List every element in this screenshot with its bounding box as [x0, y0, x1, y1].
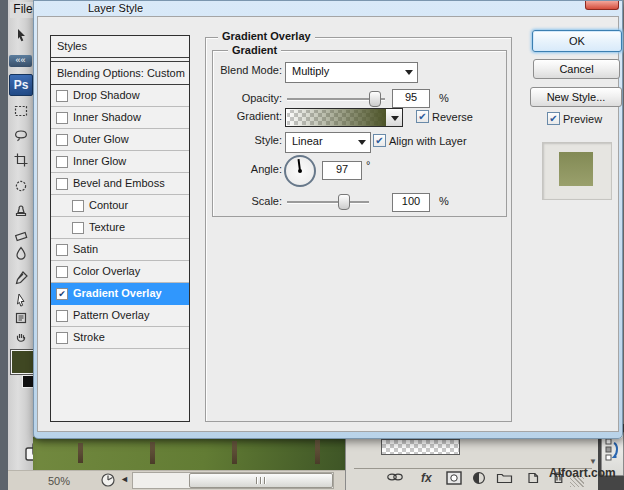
scale-slider[interactable]: [287, 201, 369, 204]
style-item-outer-glow[interactable]: Outer Glow: [51, 129, 189, 151]
document-canvas-image: [33, 437, 345, 473]
style-item-inner-shadow[interactable]: Inner Shadow: [51, 107, 189, 129]
dialog-title: Layer Style: [88, 2, 143, 14]
scroll-left-arrow[interactable]: ◄: [120, 474, 129, 484]
style-item-stroke[interactable]: Stroke: [51, 327, 189, 349]
reverse-checkbox[interactable]: ✔: [416, 110, 429, 123]
hand-tool-icon[interactable]: [9, 331, 32, 351]
layers-panel: ▼ fx Alfoart.com: [345, 437, 599, 490]
blur-tool-icon[interactable]: [9, 246, 32, 266]
layer-style-fx-icon[interactable]: fx: [421, 471, 439, 485]
style-item-contour[interactable]: Contour: [51, 195, 189, 217]
checkbox[interactable]: [72, 200, 84, 212]
link-layers-icon[interactable]: [386, 471, 404, 485]
foreground-color-swatch[interactable]: [10, 349, 35, 375]
fence-post: [150, 442, 155, 464]
app-left-edge: [0, 0, 8, 490]
opacity-unit: %: [439, 92, 449, 104]
angle-input[interactable]: 97: [322, 161, 362, 180]
scale-input[interactable]: 100: [392, 193, 430, 212]
watermark: Alfoart.com: [549, 466, 616, 480]
angle-dial[interactable]: [284, 155, 316, 187]
checkbox[interactable]: [56, 310, 68, 322]
checkbox[interactable]: [56, 90, 68, 102]
ok-button[interactable]: OK: [532, 30, 622, 52]
checkbox[interactable]: [56, 112, 68, 124]
checkbox[interactable]: [56, 134, 68, 146]
cancel-button[interactable]: Cancel: [533, 59, 620, 79]
angle-unit: °: [366, 159, 370, 171]
marquee-tool-icon[interactable]: [9, 104, 32, 124]
preview-checkbox[interactable]: ✔: [547, 112, 560, 125]
checkbox-checked[interactable]: ✔: [56, 288, 68, 300]
styles-list: Styles Blending Options: Custom Drop Sha…: [50, 35, 190, 422]
opacity-input[interactable]: 95: [392, 89, 430, 108]
zoom-level[interactable]: 50%: [48, 475, 70, 487]
checkbox[interactable]: [56, 266, 68, 278]
style-item-gradient-overlay[interactable]: ✔ Gradient Overlay: [51, 283, 189, 305]
group-title: Gradient: [228, 44, 281, 56]
style-preview-swatch: [559, 152, 593, 186]
path-selection-tool-icon[interactable]: [9, 293, 32, 313]
new-group-icon[interactable]: [496, 471, 514, 485]
preview-label: Preview: [563, 113, 602, 125]
reverse-label: Reverse: [432, 111, 473, 123]
opacity-slider-thumb[interactable]: [369, 91, 381, 107]
status-info-icon[interactable]: [100, 472, 116, 490]
style-item-inner-glow[interactable]: Inner Glow: [51, 151, 189, 173]
gradient-picker-button[interactable]: [386, 108, 403, 127]
fence-post: [315, 440, 320, 464]
blend-mode-select[interactable]: Multiply: [285, 62, 418, 83]
layer-thumbnail[interactable]: [381, 439, 460, 455]
checkbox[interactable]: [56, 156, 68, 168]
gradient-label: Gradient:: [175, 110, 282, 122]
dialog-body: Styles Blending Options: Custom Drop Sha…: [37, 16, 619, 432]
fence-post: [78, 443, 83, 463]
crop-tool-icon[interactable]: [9, 153, 32, 173]
horizontal-scrollbar[interactable]: [132, 472, 334, 489]
layer-mask-icon[interactable]: [446, 471, 464, 485]
layer-style-dialog: Layer Style Styles Blending Options: Cus…: [33, 0, 623, 439]
style-item-pattern-overlay[interactable]: Pattern Overlay: [51, 305, 189, 327]
new-layer-icon[interactable]: [526, 471, 544, 485]
scale-slider-thumb[interactable]: [338, 194, 350, 210]
scrollbar-thumb[interactable]: [189, 473, 333, 488]
checkbox[interactable]: [56, 244, 68, 256]
chevron-down-icon: [405, 70, 413, 79]
ps-logo: Ps: [9, 74, 33, 96]
style-label: Style:: [175, 134, 282, 146]
section-title: Gradient Overlay: [218, 30, 315, 42]
align-with-layer-label: Align with Layer: [389, 135, 467, 147]
blending-options-row[interactable]: Blending Options: Custom: [51, 62, 189, 85]
dock-collapse-icon[interactable]: ««: [9, 55, 32, 67]
pen-tool-icon[interactable]: [9, 271, 32, 291]
style-select[interactable]: Linear: [285, 132, 371, 153]
opacity-label: Opacity:: [175, 92, 282, 104]
angle-label: Angle:: [175, 163, 282, 175]
notes-tool-icon[interactable]: [9, 311, 32, 331]
new-style-button[interactable]: New Style...: [530, 87, 622, 107]
close-icon[interactable]: [585, 1, 619, 10]
chevron-down-icon: [391, 116, 399, 125]
styles-header[interactable]: Styles: [51, 36, 189, 58]
scale-unit: %: [439, 195, 449, 207]
style-item-satin[interactable]: Satin: [51, 239, 189, 261]
align-with-layer-checkbox[interactable]: ✔: [373, 134, 386, 147]
scrollbar-grip: [190, 477, 332, 484]
style-item-drop-shadow[interactable]: Drop Shadow: [51, 85, 189, 107]
style-item-texture[interactable]: Texture: [51, 217, 189, 239]
move-tool-icon[interactable]: [9, 28, 32, 48]
style-item-color-overlay[interactable]: Color Overlay: [51, 261, 189, 283]
adjustment-layer-icon[interactable]: [472, 471, 490, 485]
lasso-tool-icon[interactable]: [9, 129, 32, 149]
blend-mode-label: Blend Mode:: [175, 64, 282, 76]
gradient-preview[interactable]: [285, 108, 388, 127]
quick-selection-tool-icon[interactable]: [9, 179, 32, 199]
checkbox[interactable]: [56, 178, 68, 190]
checkbox[interactable]: [56, 332, 68, 344]
fence-post: [232, 441, 237, 464]
checkbox[interactable]: [72, 222, 84, 234]
style-item-bevel-and-emboss[interactable]: Bevel and Emboss: [51, 173, 189, 195]
panel-menu-icon[interactable]: ▼: [589, 457, 597, 466]
clone-stamp-tool-icon[interactable]: [9, 204, 32, 224]
